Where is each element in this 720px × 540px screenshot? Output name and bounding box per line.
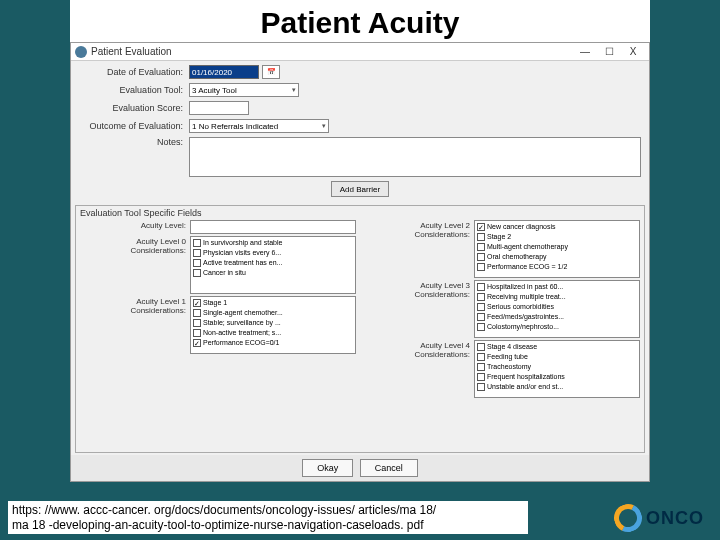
right-column: Acuity Level 2 Considerations: New cance…: [360, 220, 644, 452]
l4-list[interactable]: Stage 4 diseaseFeeding tubeTracheostomyF…: [474, 340, 640, 398]
checkbox-icon[interactable]: [477, 243, 485, 251]
minimize-button[interactable]: —: [573, 44, 597, 60]
score-input[interactable]: [189, 101, 249, 115]
l1-list[interactable]: Stage 1Single-agent chemother...Stable; …: [190, 296, 356, 354]
list-item[interactable]: Oral chemotherapy: [477, 252, 637, 262]
checkbox-icon[interactable]: [193, 239, 201, 247]
checkbox-icon[interactable]: [477, 223, 485, 231]
outcome-value: 1 No Referrals Indicated: [192, 122, 278, 131]
checkbox-icon[interactable]: [193, 319, 201, 327]
list-item[interactable]: Active treatment has en...: [193, 258, 353, 268]
date-label: Date of Evaluation:: [79, 67, 189, 77]
score-label: Evaluation Score:: [79, 103, 189, 113]
list-item[interactable]: Performance ECOG = 1/2: [477, 262, 637, 272]
checkbox-icon[interactable]: [193, 269, 201, 277]
checkbox-icon[interactable]: [477, 373, 485, 381]
list-item[interactable]: Stage 2: [477, 232, 637, 242]
left-column: Acuity Level: Acuity Level 0 Considerati…: [76, 220, 360, 452]
list-item[interactable]: Hospitalized in past 60...: [477, 282, 637, 292]
checkbox-icon[interactable]: [193, 309, 201, 317]
item-label: Unstable and/or end st...: [487, 382, 563, 392]
list-item[interactable]: Tracheostomy: [477, 362, 637, 372]
l1-label: Acuity Level 1 Considerations:: [80, 296, 190, 354]
tool-value: 3 Acuity Tool: [192, 86, 237, 95]
checkbox-icon[interactable]: [193, 329, 201, 337]
notes-textarea[interactable]: [189, 137, 641, 177]
item-label: Feeding tube: [487, 352, 528, 362]
item-label: Serious comorbidities: [487, 302, 554, 312]
list-item[interactable]: Cancer in situ: [193, 268, 353, 278]
checkbox-icon[interactable]: [477, 323, 485, 331]
close-button[interactable]: X: [621, 44, 645, 60]
item-label: Colostomy/nephrosto...: [487, 322, 559, 332]
add-barrier-button[interactable]: Add Barrier: [331, 181, 389, 197]
chevron-down-icon: ▾: [322, 122, 326, 130]
list-item[interactable]: Stable; surveillance by ...: [193, 318, 353, 328]
item-label: Single-agent chemother...: [203, 308, 283, 318]
list-item[interactable]: Unstable and/or end st...: [477, 382, 637, 392]
list-item[interactable]: Feeding tube: [477, 352, 637, 362]
item-label: Feed/meds/gastrointes...: [487, 312, 564, 322]
checkbox-icon[interactable]: [477, 363, 485, 371]
checkbox-icon[interactable]: [193, 249, 201, 257]
l2-list[interactable]: New cancer diagnosisStage 2Multi-agent c…: [474, 220, 640, 278]
item-label: Stage 2: [487, 232, 511, 242]
date-input[interactable]: [189, 65, 259, 79]
checkbox-icon[interactable]: [477, 383, 485, 391]
fieldset-legend: Evaluation Tool Specific Fields: [76, 206, 644, 220]
list-item[interactable]: Non-active treatment; s...: [193, 328, 353, 338]
list-item[interactable]: Performance ECOG=0/1: [193, 338, 353, 348]
checkbox-icon[interactable]: [477, 233, 485, 241]
list-item[interactable]: In survivorship and stable: [193, 238, 353, 248]
notes-label: Notes:: [79, 137, 189, 147]
outcome-select[interactable]: 1 No Referrals Indicated ▾: [189, 119, 329, 133]
l0-label: Acuity Level 0 Considerations:: [80, 236, 190, 294]
item-label: Performance ECOG = 1/2: [487, 262, 567, 272]
list-item[interactable]: Feed/meds/gastrointes...: [477, 312, 637, 322]
list-item[interactable]: New cancer diagnosis: [477, 222, 637, 232]
checkbox-icon[interactable]: [477, 283, 485, 291]
l2-label: Acuity Level 2 Considerations:: [364, 220, 474, 278]
checkbox-icon[interactable]: [477, 313, 485, 321]
list-item[interactable]: Colostomy/nephrosto...: [477, 322, 637, 332]
item-label: Non-active treatment; s...: [203, 328, 281, 338]
list-item[interactable]: Receiving multiple treat...: [477, 292, 637, 302]
checkbox-icon[interactable]: [477, 263, 485, 271]
calendar-icon[interactable]: 📅: [262, 65, 280, 79]
checkbox-icon[interactable]: [477, 343, 485, 351]
checkbox-icon[interactable]: [477, 253, 485, 261]
item-label: In survivorship and stable: [203, 238, 282, 248]
l4-label: Acuity Level 4 Considerations:: [364, 340, 474, 398]
checkbox-icon[interactable]: [193, 339, 201, 347]
checkbox-icon[interactable]: [193, 259, 201, 267]
item-label: Frequent hospitalizations: [487, 372, 565, 382]
specific-fields-group: Evaluation Tool Specific Fields Acuity L…: [75, 205, 645, 453]
l3-list[interactable]: Hospitalized in past 60...Receiving mult…: [474, 280, 640, 338]
checkbox-icon[interactable]: [193, 299, 201, 307]
checkbox-icon[interactable]: [477, 353, 485, 361]
chevron-down-icon: ▾: [292, 86, 296, 94]
list-item[interactable]: Multi-agent chemotherapy: [477, 242, 637, 252]
list-item[interactable]: Frequent hospitalizations: [477, 372, 637, 382]
app-icon: [75, 46, 87, 58]
item-label: Hospitalized in past 60...: [487, 282, 563, 292]
l0-list[interactable]: In survivorship and stablePhysician visi…: [190, 236, 356, 294]
list-item[interactable]: Physician visits every 6...: [193, 248, 353, 258]
list-item[interactable]: Stage 4 disease: [477, 342, 637, 352]
item-label: Tracheostomy: [487, 362, 531, 372]
window-title: Patient Evaluation: [91, 46, 573, 57]
maximize-button[interactable]: ☐: [597, 44, 621, 60]
checkbox-icon[interactable]: [477, 293, 485, 301]
logo-text: ONCO: [646, 508, 704, 529]
item-label: Stage 1: [203, 298, 227, 308]
l3-label: Acuity Level 3 Considerations:: [364, 280, 474, 338]
acuity-level-select[interactable]: [190, 220, 356, 234]
list-item[interactable]: Serious comorbidities: [477, 302, 637, 312]
list-item[interactable]: Single-agent chemother...: [193, 308, 353, 318]
checkbox-icon[interactable]: [477, 303, 485, 311]
cancel-button[interactable]: Cancel: [360, 459, 418, 477]
okay-button[interactable]: Okay: [302, 459, 353, 477]
tool-select[interactable]: 3 Acuity Tool ▾: [189, 83, 299, 97]
list-item[interactable]: Stage 1: [193, 298, 353, 308]
item-label: New cancer diagnosis: [487, 222, 555, 232]
